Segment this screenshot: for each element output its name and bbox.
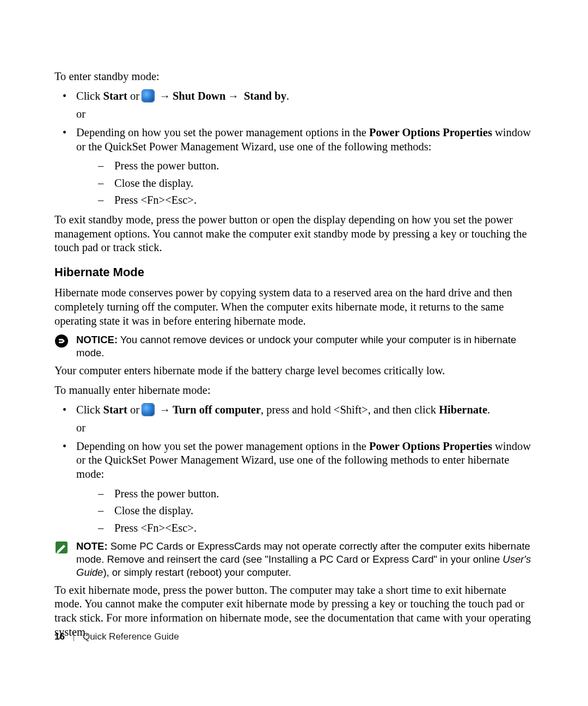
standby-bullets: Click Start or →Shut Down→ Stand by. or … [54,89,535,208]
text-or-line: or [76,421,535,435]
text-pop: Power Options Properties [369,440,492,452]
method-fn-esc: Press <Fn><Esc>. [76,521,535,535]
text-start: Start [103,90,127,102]
page-number: 16 [54,631,65,642]
svg-point-0 [55,334,68,348]
method-fn-esc: Press <Fn><Esc>. [76,193,535,208]
text-or: or [127,90,142,102]
footer-separator [74,632,74,641]
standby-click-start: Click Start or →Shut Down→ Stand by. or [54,89,535,121]
arrow-icon: → [157,404,173,416]
text-period: . [487,404,490,416]
page-footer: 16 Quick Reference Guide [54,631,179,642]
standby-depending: Depending on how you set the power manag… [54,126,535,208]
notice-callout: NOTICE: You cannot remove devices or und… [54,333,535,360]
hibernate-bullets: Click Start or →Turn off computer, press… [54,403,535,535]
text-period: . [286,90,289,102]
note-icon [54,540,69,555]
text-mid: , press and hold <Shift>, and then click [261,404,439,416]
hibernate-heading: Hibernate Mode [54,265,535,280]
note-text-pre: Some PC Cards or ExpressCards may not op… [76,540,530,565]
hibernate-auto: Your computer enters hibernate mode if t… [54,364,535,378]
method-power-button: Press the power button. [76,159,535,173]
text-stand-by: Stand by [244,90,286,102]
note-callout: NOTE: Some PC Cards or ExpressCards may … [54,540,535,579]
text-pop: Power Options Properties [369,126,492,138]
note-label: NOTE: [76,540,108,552]
hibernate-depending: Depending on how you set the power manag… [54,440,535,535]
text-click: Click [76,90,103,102]
notice-icon [54,334,69,348]
text-or: or [127,404,142,416]
standby-intro: To enter standby mode: [54,70,535,84]
text-turn-off: Turn off computer [173,404,261,416]
hibernate-intro: Hibernate mode conserves power by copyin… [54,286,535,328]
method-power-button: Press the power button. [76,487,535,501]
method-close-display: Close the display. [76,176,535,191]
notice-label: NOTICE: [76,334,118,345]
document-page: To enter standby mode: Click Start or →S… [0,0,588,706]
arrow-icon: → [225,90,241,102]
text-hibernate: Hibernate [439,404,487,416]
note-text-post: ), or simply restart (reboot) your compu… [103,567,291,578]
text-pre: Depending on how you set the power manag… [76,126,369,138]
arrow-icon: → [157,90,173,102]
text-shut-down: Shut Down [173,90,225,102]
method-close-display: Close the display. [76,504,535,518]
text-click: Click [76,404,103,416]
standby-methods: Press the power button. Close the displa… [76,159,535,208]
hibernate-methods: Press the power button. Close the displa… [76,487,535,535]
text-start: Start [103,404,127,416]
notice-text: You cannot remove devices or undock your… [76,334,516,358]
windows-start-icon [142,90,154,102]
hibernate-click-start: Click Start or →Turn off computer, press… [54,403,535,435]
text-pre: Depending on how you set the power manag… [76,440,369,452]
standby-exit: To exit standby mode, press the power bu… [54,213,535,255]
text-or-line: or [76,107,535,121]
hibernate-manual: To manually enter hibernate mode: [54,384,535,398]
windows-start-icon [142,404,154,416]
footer-title: Quick Reference Guide [83,631,179,642]
